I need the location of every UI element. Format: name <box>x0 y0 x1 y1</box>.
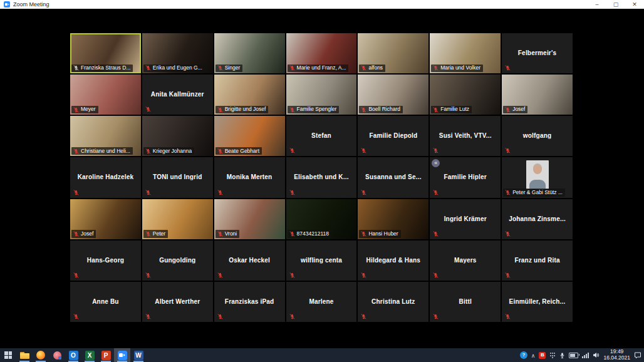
participant-tile[interactable]: Maria und Volker <box>430 33 501 73</box>
participant-tile[interactable]: Josef <box>70 199 141 239</box>
participant-tile[interactable]: Familie Lutz <box>430 75 501 115</box>
powerpoint-taskbar-button[interactable]: P <box>98 348 114 362</box>
participant-tile[interactable]: Susanna und Se... <box>358 157 428 197</box>
muted-mic-icon <box>433 65 439 71</box>
participant-tile[interactable]: Familie Spengler <box>286 75 357 115</box>
b-app-icon[interactable]: B <box>539 352 546 359</box>
participant-tile[interactable]: Peter <box>142 199 213 239</box>
participant-name: Josef <box>81 231 93 237</box>
participant-tile[interactable]: Hildegard & Hans <box>358 240 428 281</box>
participant-tile[interactable]: TONI und Ingrid <box>142 157 213 197</box>
participant-tile[interactable]: Marie und Franz, A... <box>286 33 357 73</box>
battery-icon[interactable] <box>569 353 578 358</box>
muted-mic-icon <box>145 106 151 112</box>
participant-tile[interactable]: Brigitte und Josef <box>214 75 285 115</box>
participant-tile[interactable]: Monika Merten <box>214 157 285 197</box>
muted-mic-icon <box>505 314 511 319</box>
muted-mic-icon <box>433 272 439 278</box>
action-center-icon[interactable] <box>634 351 641 359</box>
participant-tile[interactable]: alfons <box>358 33 428 73</box>
participant-tile[interactable]: Susi Veith, VTV... <box>430 116 501 156</box>
zoom-taskbar-button[interactable] <box>114 348 130 362</box>
participant-name: Krieger Johanna <box>153 148 192 154</box>
participant-tile[interactable]: Erika und Eugen G... <box>142 33 213 73</box>
file-explorer-taskbar-button[interactable] <box>16 348 33 362</box>
participant-tile[interactable]: Franziskas iPad <box>214 282 285 322</box>
taskbar-clock[interactable]: 19:49 16.04.2021 <box>603 349 630 361</box>
hidden-icons-chevron-icon[interactable]: ∧ <box>531 353 536 358</box>
participant-tile[interactable]: Anita Kallmünzer <box>142 75 213 115</box>
participant-tile[interactable]: 87434212118 <box>286 199 357 239</box>
outlook-taskbar-button[interactable]: O <box>65 348 81 362</box>
participant-tile[interactable]: Familie Diepold <box>358 116 428 156</box>
participant-tile[interactable]: wilfling centa <box>286 240 357 281</box>
participant-name-chip: Franziska Straus D... <box>71 65 133 72</box>
participant-tile[interactable]: Albert Werther <box>142 282 213 322</box>
firefox-taskbar-button[interactable] <box>33 348 49 362</box>
dots-app-icon[interactable] <box>549 352 556 358</box>
participant-tile[interactable]: Johanna Zinsme... <box>502 199 573 239</box>
minimize-button[interactable]: – <box>588 0 606 9</box>
muted-mic-icon <box>217 231 223 237</box>
participant-tile[interactable]: Josef <box>502 75 573 115</box>
word-taskbar-button[interactable]: W <box>130 348 147 362</box>
zoom-app-icon <box>4 1 10 8</box>
participant-tile[interactable]: Einmüller, Reich... <box>502 282 573 322</box>
participant-tile[interactable]: Mayers <box>430 240 501 281</box>
participant-name: Oskar Heckel <box>216 256 283 263</box>
participant-name: Meyer <box>81 106 96 112</box>
muted-mic-icon <box>505 65 511 71</box>
unknown-app-taskbar-button[interactable] <box>49 348 65 362</box>
participant-name: wolfgang <box>504 132 571 139</box>
participant-tile[interactable]: Bittl <box>430 282 501 322</box>
word-icon: W <box>134 351 143 360</box>
start-taskbar-button[interactable] <box>0 348 16 362</box>
muted-mic-icon <box>505 107 511 113</box>
muted-mic-icon <box>289 107 295 113</box>
participant-name: 87434212118 <box>297 231 329 237</box>
participant-tile[interactable]: Singer <box>214 33 285 73</box>
participant-name-chip: Singer <box>216 65 243 72</box>
prev-page-button[interactable]: « <box>432 159 440 167</box>
participant-tile[interactable]: Gungolding <box>142 240 213 281</box>
participant-tile[interactable]: Beate Gebhart <box>214 116 285 156</box>
network-icon[interactable] <box>582 353 589 358</box>
participant-tile[interactable]: Karoline Hadzelek <box>70 157 141 197</box>
close-button[interactable]: ✕ <box>625 0 644 9</box>
participant-tile[interactable]: Hansi Huber <box>358 199 428 239</box>
muted-mic-icon <box>433 148 439 153</box>
participant-tile[interactable]: Stefan <box>286 116 357 156</box>
participant-tile[interactable]: wolfgang <box>502 116 573 156</box>
microphone-icon[interactable] <box>559 352 565 359</box>
muted-mic-icon <box>217 148 223 154</box>
participant-name: Johanna Zinsme... <box>504 215 571 222</box>
taskbar-items: OXPW <box>0 348 147 362</box>
participant-tile[interactable]: Krieger Johanna <box>142 116 213 156</box>
participant-tile[interactable]: Franziska Straus D... <box>70 33 141 73</box>
maximize-button[interactable]: ▢ <box>606 0 625 9</box>
volume-icon[interactable] <box>593 352 600 358</box>
unknown-app-icon <box>53 351 61 359</box>
participant-tile[interactable]: Boell Richard <box>358 75 428 115</box>
participant-name: Anita Kallmünzer <box>144 91 211 98</box>
help-icon[interactable]: ? <box>520 351 527 359</box>
participant-tile[interactable]: Franz und Rita <box>502 240 573 281</box>
muted-mic-icon <box>505 190 511 195</box>
participant-tile[interactable]: Vroni <box>214 199 285 239</box>
participant-tile[interactable]: Christina Lutz <box>358 282 428 322</box>
participant-tile[interactable]: Meyer <box>70 75 141 115</box>
participant-tile[interactable]: Ingrid Krämer <box>430 199 501 239</box>
participant-tile[interactable]: Anne Bu <box>70 282 141 322</box>
participant-tile[interactable]: Familie Hipler« <box>430 157 501 197</box>
participant-tile[interactable]: Hans-Georg <box>70 240 141 281</box>
participant-tile[interactable]: Christiane und Heli... <box>70 116 141 156</box>
participant-tile[interactable]: Peter & Gabi Stütz ... <box>502 157 573 197</box>
participant-tile[interactable]: Felbermeir's <box>502 33 573 73</box>
participant-tile[interactable]: Marlene <box>286 282 357 322</box>
participant-name: Gungolding <box>144 256 211 263</box>
participant-name: Brigitte und Josef <box>225 106 266 112</box>
window-controls: – ▢ ✕ <box>588 0 644 9</box>
participant-tile[interactable]: Oskar Heckel <box>214 240 285 281</box>
participant-tile[interactable]: Elisabeth und K... <box>286 157 357 197</box>
excel-taskbar-button[interactable]: X <box>81 348 98 362</box>
